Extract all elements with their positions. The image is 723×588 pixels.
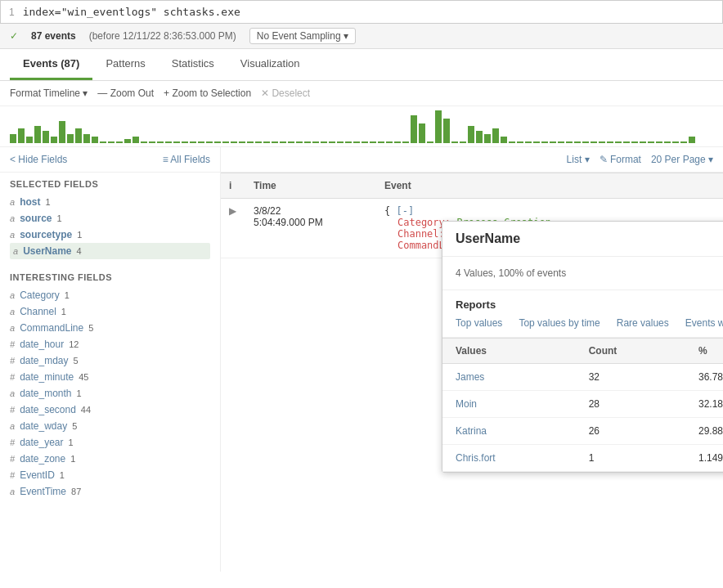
field-date-minute[interactable]: # date_minute 45 xyxy=(10,369,210,385)
field-username[interactable]: a UserName 4 xyxy=(10,243,210,259)
expand-icon[interactable]: ▶ xyxy=(229,205,236,217)
events-count: 87 events xyxy=(31,30,76,42)
zoom-out-button[interactable]: — Zoom Out xyxy=(97,88,154,99)
timeline-bar xyxy=(517,141,523,143)
field-type-host: a xyxy=(10,197,15,207)
timeline-bar xyxy=(574,141,581,143)
field-name-sourcetype[interactable]: sourcetype xyxy=(20,229,72,240)
selected-fields-title: SELECTED FIELDS xyxy=(10,179,210,189)
col-info: i xyxy=(221,173,245,199)
popup-title: UserName xyxy=(456,231,520,246)
timeline-bar xyxy=(427,141,433,143)
popup-row-moin: Moin 28 32.184% xyxy=(442,391,723,418)
timeline-bar xyxy=(599,141,605,143)
field-date-month[interactable]: a date_month 1 xyxy=(10,385,210,402)
field-date-second[interactable]: # date_second 44 xyxy=(10,402,210,418)
timeline-bar xyxy=(362,141,368,143)
timeline-bar xyxy=(648,141,654,143)
field-count-host: 1 xyxy=(45,197,50,207)
timeline-bar xyxy=(402,141,409,143)
popup-row-james: James 32 36.782% xyxy=(442,364,723,391)
format-timeline-button[interactable]: Format Timeline ▾ xyxy=(10,88,88,99)
field-commandline[interactable]: a CommandLine 5 xyxy=(10,320,210,336)
events-with-field-link[interactable]: Events with this field xyxy=(685,317,723,329)
popup-reports-title: Reports xyxy=(442,290,723,314)
timeline-bar xyxy=(263,141,270,143)
field-eventtime[interactable]: a EventTime 87 xyxy=(10,483,210,500)
timeline-bar xyxy=(83,134,90,144)
timeline-bar xyxy=(51,137,57,143)
timeline-bar xyxy=(34,126,41,143)
hide-fields-button[interactable]: < Hide Fields xyxy=(10,154,67,165)
timeline-bar xyxy=(672,141,679,143)
timeline-bar xyxy=(550,141,556,143)
field-host[interactable]: a host 1 xyxy=(10,194,210,210)
top-values-link[interactable]: Top values xyxy=(456,317,502,329)
timeline-bar xyxy=(108,141,115,143)
popup-count-james: 32 xyxy=(576,364,685,391)
timeline-chart xyxy=(0,106,723,147)
events-toolbar: List ▾ ✎ Format 20 Per Page ▾ xyxy=(221,147,723,173)
timeline-bar xyxy=(566,141,573,143)
per-page-dropdown-button[interactable]: 20 Per Page ▾ xyxy=(651,154,713,165)
field-source[interactable]: a source 1 xyxy=(10,210,210,227)
timeline-bar xyxy=(255,141,262,143)
list-dropdown-button[interactable]: List ▾ xyxy=(567,154,590,165)
timeline-bar xyxy=(533,141,540,143)
field-eventid[interactable]: # EventID 1 xyxy=(10,467,210,483)
all-fields-button[interactable]: ≡ All Fields xyxy=(163,154,210,165)
timeline-bar xyxy=(582,141,589,143)
popup-percent-katrina: 29.885% xyxy=(685,418,723,445)
popup-col-values: Values xyxy=(442,339,576,364)
timeline-bar xyxy=(26,137,33,143)
field-category[interactable]: a Category 1 xyxy=(10,287,210,303)
field-name-host[interactable]: host xyxy=(20,196,40,208)
timeline-bar xyxy=(623,141,630,143)
tab-visualization[interactable]: Visualization xyxy=(227,49,313,80)
selected-fields-section: SELECTED FIELDS a host 1 a source 1 a so… xyxy=(0,173,220,266)
field-date-wday[interactable]: a date_wday 5 xyxy=(10,418,210,434)
field-count-source: 1 xyxy=(56,213,61,223)
tab-events[interactable]: Events (87) xyxy=(10,49,92,80)
field-date-zone[interactable]: # date_zone 1 xyxy=(10,451,210,467)
top-values-by-time-link[interactable]: Top values by time xyxy=(519,317,600,329)
popup-value-moin[interactable]: Moin xyxy=(442,391,576,418)
timeline-bar xyxy=(476,131,483,143)
popup-header: UserName × xyxy=(442,222,723,257)
timeline-bar xyxy=(591,141,597,143)
popup-value-james[interactable]: James xyxy=(442,364,576,391)
popup-value-chrisfort[interactable]: Chris.fort xyxy=(442,445,576,472)
popup-value-katrina[interactable]: Katrina xyxy=(442,418,576,445)
field-date-hour[interactable]: # date_hour 12 xyxy=(10,336,210,352)
timeline-bar xyxy=(182,141,188,143)
sampling-dropdown[interactable]: No Event Sampling ▾ xyxy=(249,28,356,44)
field-sourcetype[interactable]: a sourcetype 1 xyxy=(10,227,210,243)
timeline-bar xyxy=(353,141,360,143)
timeline-bar xyxy=(157,141,164,143)
tab-statistics[interactable]: Statistics xyxy=(159,49,227,80)
popup-count-chrisfort: 1 xyxy=(576,445,685,472)
field-channel[interactable]: a Channel 1 xyxy=(10,303,210,320)
timeline-bar xyxy=(337,141,344,143)
format-button[interactable]: ✎ Format xyxy=(600,154,641,165)
timeline-bar xyxy=(492,128,499,143)
rare-values-link[interactable]: Rare values xyxy=(617,317,669,329)
timeline-bar xyxy=(206,141,213,143)
field-type-username: a xyxy=(13,246,18,256)
deselect-button[interactable]: ✕ Deselect xyxy=(261,88,310,99)
event-bracket: { xyxy=(384,205,396,217)
timeline-bar xyxy=(198,141,204,143)
timeline-bar xyxy=(501,137,507,143)
timeline-bar xyxy=(214,141,221,143)
popup-row-katrina: Katrina 26 29.885% xyxy=(442,418,723,445)
field-name-source[interactable]: source xyxy=(20,213,52,224)
field-date-mday[interactable]: # date_mday 5 xyxy=(10,352,210,369)
timeline-bar xyxy=(329,141,335,143)
interesting-fields-section: INTERESTING FIELDS a Category 1 a Channe… xyxy=(0,266,220,506)
field-date-year[interactable]: # date_year 1 xyxy=(10,434,210,451)
field-name-username[interactable]: UserName xyxy=(23,245,71,257)
tab-patterns[interactable]: Patterns xyxy=(92,49,158,80)
zoom-selection-button[interactable]: + Zoom to Selection xyxy=(164,88,251,99)
event-minus[interactable]: [-] xyxy=(396,205,414,217)
expand-cell[interactable]: ▶ xyxy=(221,199,245,258)
